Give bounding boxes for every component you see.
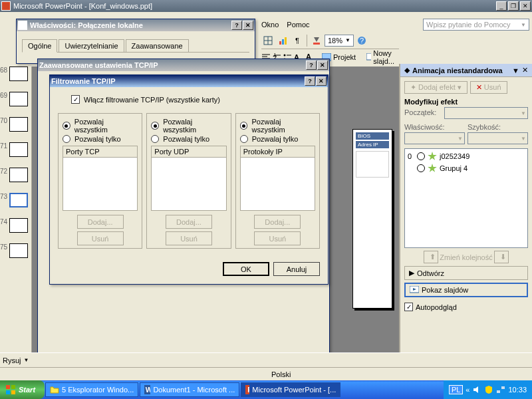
pane-close-icon[interactable]: ✕	[522, 66, 528, 74]
menu-window[interactable]: Okno	[261, 21, 279, 33]
restore-button[interactable]: ❐	[508, 1, 519, 11]
svg-rect-26	[6, 390, 10, 394]
svg-rect-4	[282, 39, 284, 45]
zoom-combo[interactable]: 18%▼	[325, 35, 354, 47]
shield-icon[interactable]	[484, 385, 493, 394]
move-down-button[interactable]: ⬇	[494, 251, 509, 263]
word-icon: W	[144, 385, 150, 394]
slide-thumbnail[interactable]: 71	[0, 142, 31, 165]
chevron-icon[interactable]: ◆	[404, 66, 410, 74]
minimize-button[interactable]: _	[496, 1, 507, 11]
help-button[interactable]: ?	[305, 76, 315, 86]
draw-menu[interactable]: Rysuj	[3, 356, 21, 364]
ip-protocols-group: Pozwalaj wszystkim Pozwalaj tylko Protok…	[235, 113, 320, 249]
autopreview-checkbox[interactable]: ✓	[404, 303, 413, 311]
allow-all-radio[interactable]	[151, 122, 159, 130]
allow-only-radio[interactable]	[151, 135, 159, 143]
add-button[interactable]: Dodaj...	[77, 215, 124, 229]
remove-button[interactable]: Usuń	[166, 231, 212, 245]
slide-number: 73	[0, 193, 7, 200]
slide-thumbnail[interactable]: 69	[0, 92, 31, 114]
reorder-label: Zmień kolejność	[440, 253, 492, 261]
animation-list[interactable]: 0 j0252349 Grupuj 4	[404, 148, 528, 248]
allow-all-radio[interactable]	[63, 122, 70, 130]
list-item[interactable]: Grupuj 4	[406, 162, 526, 174]
dialog-titlebar[interactable]: Właściwości: Połączenie lokalne ? ✕	[17, 19, 255, 31]
svg-rect-27	[11, 390, 15, 394]
start-button[interactable]: Start	[0, 380, 45, 399]
allow-only-radio[interactable]	[63, 135, 70, 143]
tab-general[interactable]: Ogólne	[22, 39, 57, 53]
network-icon[interactable]	[496, 385, 505, 394]
chart-icon[interactable]	[276, 34, 289, 47]
add-effect-button[interactable]: ✦ Dodaj efekt ▾	[404, 81, 467, 94]
dialog-titlebar[interactable]: Filtrowanie TCP/IP ? ✕	[50, 75, 328, 87]
app-title: Microsoft PowerPoint - [Konf_windows.ppt…	[13, 2, 152, 10]
dialog-title: Zaawansowane ustawienia TCP/IP	[39, 61, 158, 69]
enable-filtering-checkbox[interactable]: ✓	[71, 95, 80, 104]
star-icon	[428, 152, 437, 161]
star-icon	[428, 164, 437, 173]
slide-thumbnail[interactable]: 72	[0, 168, 31, 190]
powerpoint-icon	[1, 1, 11, 11]
allow-only-radio[interactable]	[240, 135, 248, 143]
start-combo[interactable]: ▼	[444, 107, 528, 119]
slide-thumbnail[interactable]: 68	[0, 66, 31, 89]
fill-color-icon[interactable]	[310, 34, 323, 47]
taskbar-item[interactable]: 5 Eksplorator Windo...	[45, 382, 138, 397]
allow-all-radio[interactable]	[240, 122, 248, 130]
move-up-button[interactable]: ⬆	[424, 251, 438, 263]
remove-button[interactable]: Usuń	[254, 231, 301, 245]
add-button[interactable]: Dodaj...	[254, 215, 301, 229]
ip-protocols-list[interactable]	[240, 158, 315, 211]
slide-thumbnail[interactable]: 74	[0, 218, 31, 241]
tray-icon[interactable]: «	[466, 386, 469, 394]
volume-icon[interactable]	[472, 385, 481, 394]
new-slide-button[interactable]: Nowy slajd...	[362, 47, 402, 67]
start-label: Początek:	[404, 108, 442, 116]
menu-help[interactable]: Pomoc	[287, 21, 309, 33]
tcp-ports-list[interactable]	[63, 158, 138, 211]
slide-thumbnail[interactable]: 73	[0, 193, 31, 215]
list-item[interactable]: 0 j0252349	[406, 150, 526, 162]
dialog-titlebar[interactable]: Zaawansowane ustawienia TCP/IP ? ✕	[38, 59, 329, 71]
cancel-button[interactable]: Anuluj	[273, 262, 320, 276]
speed-combo[interactable]: ▼	[467, 132, 528, 144]
tcp-ports-header: Porty TCP	[63, 146, 138, 158]
tab-strip: Ogólne Uwierzytelnianie Zaawansowane	[22, 39, 249, 53]
clock-icon	[417, 164, 425, 172]
modify-label: Modyfikuj efekt	[404, 98, 528, 106]
chevron-down-icon[interactable]: ▼	[512, 66, 519, 74]
close-button[interactable]: ✕	[316, 76, 327, 86]
property-combo[interactable]: ▼	[404, 132, 465, 144]
play-button[interactable]: ▶ Odtwórz	[404, 266, 528, 280]
taskbar-item[interactable]: WDokument1 - Microsoft ...	[140, 382, 239, 397]
close-button[interactable]: ✕	[520, 1, 531, 11]
table-icon[interactable]	[261, 34, 275, 47]
svg-rect-24	[6, 385, 10, 389]
close-button[interactable]: ✕	[243, 21, 253, 30]
clock-icon	[417, 152, 425, 160]
add-button[interactable]: Dodaj...	[166, 215, 212, 229]
status-language: Polski	[271, 370, 291, 378]
taskbar-item[interactable]: PMicrosoft PowerPoint - [...	[241, 382, 340, 397]
show-hide-icon[interactable]: ¶	[291, 34, 304, 47]
remove-effect-button[interactable]: ✕ Usuń	[470, 81, 507, 94]
clock[interactable]: 10:33	[508, 386, 527, 394]
help-button[interactable]: ?	[231, 21, 242, 30]
language-indicator[interactable]: PL	[449, 385, 463, 394]
help-button[interactable]: ?	[306, 61, 317, 70]
remove-button[interactable]: Usuń	[77, 231, 124, 245]
tab-advanced[interactable]: Zaawansowane	[126, 39, 189, 52]
thumbnail-image	[9, 66, 28, 81]
ok-button[interactable]: OK	[223, 262, 269, 276]
help-icon[interactable]: ?	[355, 34, 368, 47]
udp-ports-list[interactable]	[151, 158, 226, 211]
tab-auth[interactable]: Uwierzytelnianie	[59, 39, 124, 52]
udp-ports-group: Pozwalaj wszystkim Pozwalaj tylko Porty …	[146, 113, 231, 249]
slide-thumbnail[interactable]: 70	[0, 117, 31, 140]
help-search-box[interactable]: Wpisz pytanie do Pomocy ▼	[423, 19, 529, 31]
close-button[interactable]: ✕	[317, 61, 328, 70]
slide-thumbnail[interactable]: 75	[0, 243, 31, 266]
slideshow-button[interactable]: Pokaz slajdów	[404, 283, 528, 297]
